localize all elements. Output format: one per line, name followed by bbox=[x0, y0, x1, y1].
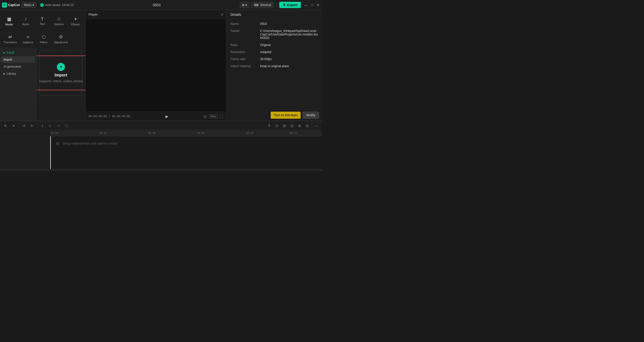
toolbar-stickers[interactable]: ☺ Stickers bbox=[51, 14, 67, 28]
detail-ratio-value: Original bbox=[260, 43, 270, 47]
select-dropdown[interactable]: ▾ bbox=[10, 122, 17, 129]
toolbar-filters[interactable]: ⬡ Filters bbox=[36, 32, 51, 46]
turn-on-free-layer-button[interactable]: Turn on free layer bbox=[271, 112, 300, 119]
export-label: Export bbox=[287, 3, 297, 7]
export-button[interactable]: ⬆ Export bbox=[279, 2, 301, 8]
select-tool[interactable]: ↖ bbox=[2, 122, 9, 129]
project-title: 0503 bbox=[76, 3, 238, 7]
text-label: Text bbox=[40, 22, 45, 25]
menu-button[interactable]: Menu ▾ bbox=[22, 2, 36, 8]
drag-hint: ⊟ Drag material here and start to create bbox=[50, 136, 322, 150]
import-subtitle: Supports: videos, audios, photos bbox=[39, 79, 83, 83]
captions-label: Captions bbox=[22, 41, 33, 44]
ratio-badge[interactable]: Ratio bbox=[209, 114, 218, 118]
sidebar-item-ai-generated[interactable]: AI generated bbox=[1, 63, 35, 70]
player-time-current: 00:00:00:00 bbox=[89, 115, 107, 118]
local-arrow-icon: ▶ bbox=[4, 51, 5, 54]
fullscreen-icon[interactable]: ⛶ bbox=[220, 114, 223, 118]
mic-button[interactable]: 🎙 bbox=[266, 122, 273, 129]
trim-end-tool[interactable]: ⊣ bbox=[55, 122, 62, 129]
player-controls: 00:00:00:00 / 00:00:00:00 ▶ ⊡ Ratio ⛶ bbox=[86, 112, 226, 121]
detail-import-material-row: Import material: Keep in original place bbox=[230, 64, 318, 68]
autosave-text: Auto saved: 19:44:23 bbox=[45, 3, 73, 7]
player-header: Player ≡ bbox=[86, 10, 226, 19]
filters-label: Filters bbox=[40, 41, 48, 44]
layout-button[interactable]: ⊞ ▾ bbox=[240, 2, 249, 8]
close-button[interactable]: ✕ bbox=[316, 3, 320, 7]
transitions-label: Transitions bbox=[4, 41, 17, 44]
detail-framerate-value: 30.00fps bbox=[260, 57, 272, 61]
toolbar-audio[interactable]: ♪ Audio bbox=[18, 14, 34, 28]
autosave-status: Auto saved: 19:44:23 bbox=[40, 3, 73, 7]
left-panel: ▦ Media ♪ Audio T Text ☺ Stickers ✦ Effe… bbox=[0, 10, 86, 121]
split-tool[interactable]: ⫿ bbox=[39, 122, 46, 129]
sidebar-item-library[interactable]: ▶ Library bbox=[1, 70, 35, 77]
adjustment-label: Adjustment bbox=[54, 41, 68, 44]
filters-icon: ⬡ bbox=[42, 34, 46, 40]
toolbar-media[interactable]: ▦ Media bbox=[1, 14, 17, 28]
details-body: Name: 0503 Saved: C:/Users/topgus_thinkp… bbox=[226, 19, 322, 71]
player-play-button[interactable]: ▶ bbox=[166, 114, 168, 118]
window-controls: — □ ✕ bbox=[304, 3, 320, 7]
detail-name-label: Name: bbox=[230, 22, 258, 26]
undo-button[interactable]: ↺ bbox=[20, 122, 27, 129]
media-label: Media bbox=[5, 23, 13, 26]
library-label: Library bbox=[7, 72, 16, 75]
detail-saved-row: Saved: C:/Users/topgus_thinkpad/AppData/… bbox=[230, 29, 318, 40]
detail-name-row: Name: 0503 bbox=[230, 22, 318, 26]
timeline-ruler: 00:00 00:03 00:06 00:09 00:12 00:15 bbox=[50, 130, 322, 136]
logo-icon: C bbox=[2, 3, 7, 8]
autosave-check-icon bbox=[40, 3, 44, 7]
sidebar-item-local[interactable]: ▶ Local bbox=[1, 49, 35, 56]
detail-saved-label: Saved: bbox=[230, 29, 258, 33]
timeline-scrollbar[interactable] bbox=[0, 169, 322, 171]
titlebar-right: ⊞ ▾ ⌨ Shortcut | ⬆ Export — □ ✕ bbox=[240, 2, 320, 8]
detail-resolution-label: Resolution: bbox=[230, 50, 258, 54]
effects-icon: ✦ bbox=[74, 16, 77, 22]
export-icon: ⬆ bbox=[283, 3, 286, 7]
toolbar-captions[interactable]: ≡ Captions bbox=[20, 32, 36, 46]
ruler-mark-5: 00:15 bbox=[289, 132, 297, 135]
magnet-tool[interactable]: ⊡ bbox=[273, 122, 280, 129]
ruler-mark-2: 00:06 bbox=[148, 132, 156, 135]
timeline-playhead[interactable] bbox=[50, 136, 51, 169]
import-title: Import bbox=[55, 73, 67, 77]
timeline-track-labels bbox=[0, 130, 50, 169]
trim-start-tool[interactable]: ⊢ bbox=[47, 122, 54, 129]
modify-button[interactable]: Modify bbox=[303, 112, 319, 119]
link-tool[interactable]: ⊞ bbox=[281, 122, 288, 129]
import-zone: + Import Supports: videos, audios, photo… bbox=[39, 50, 82, 96]
detail-saved-value: C:/Users/topgus_thinkpad/AppData/Local/C… bbox=[260, 29, 318, 40]
timeline-body: 00:00 00:03 00:06 00:09 00:12 00:15 ⊟ Dr… bbox=[0, 130, 322, 169]
audio-icon: ♪ bbox=[25, 16, 27, 22]
menu-chevron-icon: ▾ bbox=[32, 3, 34, 7]
timeline: ↖ ▾ ↺ ↻ ⫿ ⊢ ⊣ ☐ 🎙 ⊡ ⊞ ⊟ ⊕ ⊟ — 00:00 bbox=[0, 121, 322, 171]
drag-hint-text: Drag material here and start to create bbox=[63, 142, 117, 145]
delete-tool[interactable]: ☐ bbox=[63, 122, 70, 129]
toolbar-effects[interactable]: ✦ Effects bbox=[67, 14, 84, 28]
stickers-icon: ☺ bbox=[57, 16, 61, 22]
redo-button[interactable]: ↻ bbox=[28, 122, 35, 129]
stickers-label: Stickers bbox=[54, 23, 64, 26]
import-box[interactable]: + Import Supports: videos, audios, photo… bbox=[36, 56, 85, 90]
media-icon: ▦ bbox=[7, 16, 11, 22]
zoom-out-button[interactable]: — bbox=[313, 122, 320, 129]
app-logo: C CapCut bbox=[2, 3, 20, 8]
shortcut-button[interactable]: ⌨ Shortcut bbox=[251, 2, 274, 8]
sidebar-item-import[interactable]: Import bbox=[1, 56, 35, 63]
maximize-button[interactable]: □ bbox=[310, 3, 314, 7]
minimize-button[interactable]: — bbox=[304, 3, 308, 7]
captions-tool[interactable]: ⊟ bbox=[304, 122, 311, 129]
titlebar: C CapCut Menu ▾ Auto saved: 19:44:23 050… bbox=[0, 0, 322, 10]
adjustment-icon: ⚙ bbox=[59, 34, 63, 40]
align-center-tool[interactable]: ⊕ bbox=[296, 122, 303, 129]
toolbar-adjustment[interactable]: ⚙ Adjustment bbox=[52, 32, 70, 46]
unlink-tool[interactable]: ⊟ bbox=[289, 122, 296, 129]
player-time-total: 00:00:00:00 bbox=[112, 115, 130, 118]
toolbar-text[interactable]: T Text bbox=[34, 15, 50, 27]
toolbar-transitions[interactable]: ⇌ Transitions bbox=[1, 32, 19, 46]
snapshot-icon[interactable]: ⊡ bbox=[204, 114, 207, 118]
detail-ratio-row: Ratio: Original bbox=[230, 43, 318, 47]
local-label: Local bbox=[7, 51, 14, 54]
player-menu-icon[interactable]: ≡ bbox=[221, 12, 223, 17]
